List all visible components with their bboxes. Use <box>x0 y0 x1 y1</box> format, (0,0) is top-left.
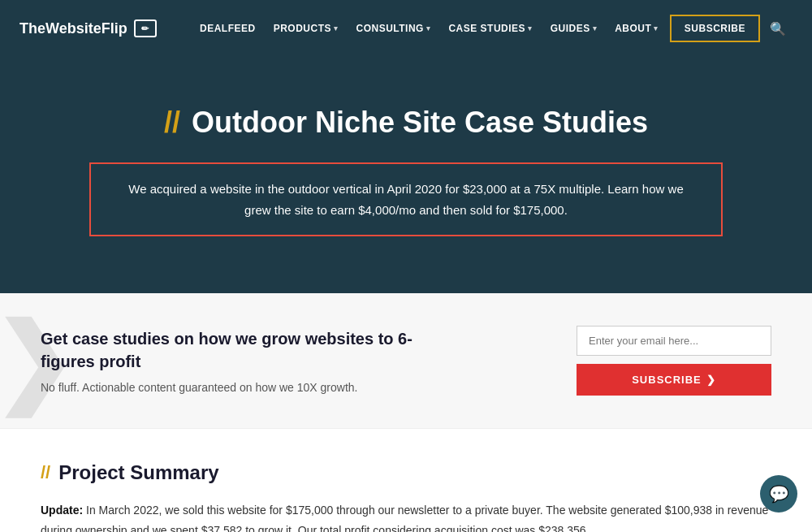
nav-about[interactable]: ABOUT ▾ <box>608 18 665 39</box>
hero-slashes: // <box>164 108 180 137</box>
chat-button[interactable]: 💬 <box>760 475 797 513</box>
subscribe-right: SUBSCRIBE ❯ <box>577 326 771 396</box>
chevron-icon: ▾ <box>426 24 431 32</box>
hero-description: We acquired a website in the outdoor ver… <box>114 179 698 220</box>
nav-guides[interactable]: GUIDES ▾ <box>544 18 604 39</box>
section-slashes: // <box>41 462 50 483</box>
email-input[interactable] <box>577 326 771 356</box>
subscribe-subtext: No fluff. Actionable content guaranteed … <box>41 381 430 394</box>
nav-subscribe-link[interactable]: SUBSCRIBE <box>670 15 760 42</box>
chevron-icon: ▾ <box>528 24 533 32</box>
subscribe-button[interactable]: SUBSCRIBE ❯ <box>577 364 771 396</box>
search-button[interactable]: 🔍 <box>763 16 793 41</box>
nav-consulting[interactable]: CONSULTING ▾ <box>349 18 437 39</box>
update-label: Update: <box>41 504 83 517</box>
nav-case-studies[interactable]: CASE STUDIES ▾ <box>442 18 538 39</box>
project-summary-section: // Project Summary Update: In March 2022… <box>0 428 812 532</box>
logo-link[interactable]: TheWebsiteFlip ✏ <box>19 19 157 37</box>
nav-dealfeed[interactable]: DEALFEED <box>193 18 262 39</box>
hero-title-text: Outdoor Niche Site Case Studies <box>192 106 648 140</box>
logo-icon: ✏ <box>134 19 157 37</box>
chevron-icon: ▾ <box>654 24 659 32</box>
hero-title-container: // Outdoor Niche Site Case Studies <box>32 106 780 140</box>
logo-text: TheWebsiteFlip <box>19 20 127 37</box>
subscribe-label: SUBSCRIBE <box>632 374 702 386</box>
subscribe-heading: Get case studies on how we grow websites… <box>41 327 430 373</box>
chat-icon: 💬 <box>769 484 789 504</box>
section-heading: // Project Summary <box>41 461 771 484</box>
update-text: In March 2022, we sold this website for … <box>41 504 768 532</box>
nav-products[interactable]: PRODUCTS ▾ <box>267 18 345 39</box>
project-summary-text: Update: In March 2022, we sold this webs… <box>41 500 771 532</box>
main-nav: TheWebsiteFlip ✏ DEALFEED PRODUCTS ▾ CON… <box>0 0 812 57</box>
nav-links: DEALFEED PRODUCTS ▾ CONSULTING ▾ CASE ST… <box>193 15 760 42</box>
subscribe-arrow-icon: ❯ <box>706 374 716 386</box>
chevron-icon: ▾ <box>334 24 339 32</box>
subscribe-section: ❯ Get case studies on how we grow websit… <box>0 293 812 428</box>
chevron-icon: ▾ <box>593 24 598 32</box>
section-title: Project Summary <box>58 461 218 484</box>
hero-description-box: We acquired a website in the outdoor ver… <box>89 162 723 236</box>
hero-section: // Outdoor Niche Site Case Studies We ac… <box>0 57 812 293</box>
subscribe-left: Get case studies on how we grow websites… <box>41 327 430 394</box>
